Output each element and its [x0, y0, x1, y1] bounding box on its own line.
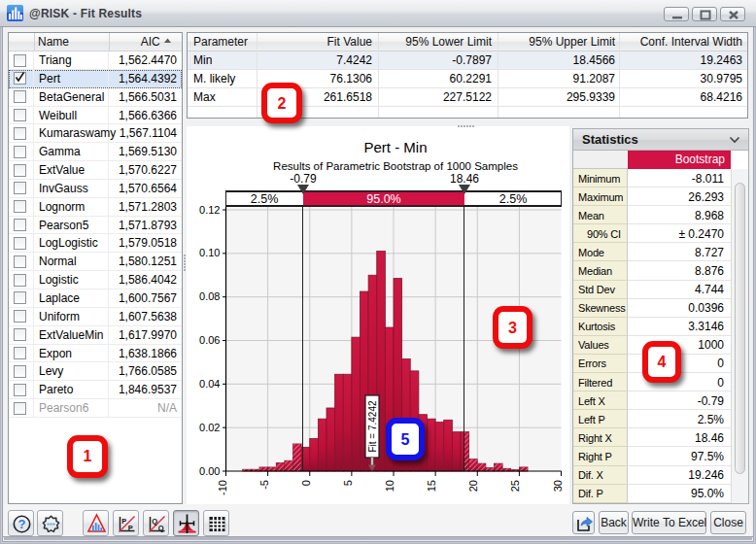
svg-text:P: P [128, 524, 133, 532]
svg-text:Fit = 7.4242: Fit = 7.4242 [367, 400, 378, 453]
svg-text:5: 5 [342, 480, 354, 486]
svg-text:Pert - Min: Pert - Min [363, 139, 427, 155]
svg-text:0.12: 0.12 [199, 204, 220, 216]
svg-text:0.00: 0.00 [199, 465, 220, 477]
svg-text:25: 25 [509, 480, 521, 492]
svg-text:0.04: 0.04 [199, 378, 220, 390]
svg-text:0: 0 [300, 480, 312, 486]
svg-text:P: P [121, 517, 126, 526]
svg-text:10: 10 [384, 480, 395, 492]
svg-text:15: 15 [426, 480, 437, 492]
svg-text:0.06: 0.06 [199, 334, 220, 346]
svg-text:-10: -10 [217, 480, 228, 495]
svg-text:0.08: 0.08 [199, 290, 220, 302]
svg-text:0.02: 0.02 [199, 422, 220, 433]
svg-text:Q: Q [152, 517, 157, 526]
svg-text:95.0%: 95.0% [366, 192, 400, 206]
svg-text:Q: Q [158, 524, 164, 532]
svg-text:?: ? [18, 517, 26, 531]
svg-text:30: 30 [552, 480, 564, 492]
svg-text:Results of Parametric Bootstra: Results of Parametric Bootstrap of 1000 … [273, 160, 518, 172]
svg-text:0.10: 0.10 [199, 247, 220, 258]
svg-text:20: 20 [467, 480, 479, 492]
svg-text:-0.79: -0.79 [290, 172, 317, 186]
svg-text:2.5%: 2.5% [499, 192, 528, 206]
svg-text:-5: -5 [258, 480, 270, 490]
svg-text:2.5%: 2.5% [251, 192, 279, 206]
svg-text:18.46: 18.46 [450, 172, 479, 186]
